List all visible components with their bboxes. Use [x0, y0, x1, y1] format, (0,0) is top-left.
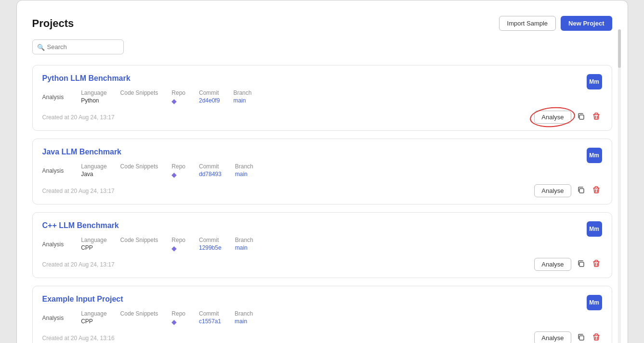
card-actions-4: Analyse	[534, 331, 602, 343]
import-sample-button[interactable]: Import Sample	[499, 16, 556, 31]
svg-rect-0	[579, 115, 584, 119]
created-at-3: Created at 20 Aug 24, 13:17	[42, 261, 115, 268]
copy-button-3[interactable]	[575, 259, 587, 270]
created-at-1: Created at 20 Aug 24, 13:17	[42, 114, 115, 121]
analysis-label-4: Analysis	[42, 315, 64, 321]
card-top: Python LLM Benchmark Mm	[42, 74, 602, 89]
card-actions-2: Analyse	[534, 184, 602, 197]
svg-rect-2	[579, 262, 584, 267]
page-title: Projects	[32, 17, 74, 30]
header-actions: Import Sample New Project	[499, 16, 612, 31]
delete-button-3[interactable]	[591, 259, 602, 270]
project-card-2: Java LLM Benchmark Mm Analysis Language …	[32, 139, 612, 204]
copy-button-4[interactable]	[575, 332, 587, 343]
analysis-label-3: Analysis	[42, 241, 64, 248]
analyse-button-3[interactable]: Analyse	[534, 258, 571, 271]
projects-list: Python LLM Benchmark Mm Analysis Languag…	[32, 65, 612, 343]
copy-button-2[interactable]	[575, 185, 587, 197]
scrollbar-thumb[interactable]	[618, 29, 621, 68]
project-name-3[interactable]: C++ LLM Benchmark	[42, 221, 119, 230]
delete-button-2[interactable]	[591, 185, 602, 197]
analysis-label-2: Analysis	[42, 167, 64, 174]
card-top-3: C++ LLM Benchmark Mm	[42, 221, 602, 237]
meta-group-3: Language CPP Code Snippets Repo ◆ Commit…	[81, 237, 253, 252]
meta-group-1: Language Python Code Snippets Repo ◆ Com…	[81, 89, 251, 105]
meta-commit-1: Commit 2d4e0f9	[199, 89, 220, 105]
avatar-2: Mm	[587, 148, 602, 163]
project-card-4: Example Input Project Mm Analysis Langua…	[32, 286, 612, 343]
card-top-4: Example Input Project Mm	[42, 295, 602, 310]
copy-button-1[interactable]	[575, 112, 587, 123]
page-header: Projects Import Sample New Project	[32, 16, 612, 31]
card-actions-3: Analyse	[534, 258, 602, 271]
project-name-2[interactable]: Java LLM Benchmark	[42, 148, 122, 156]
card-footer-2: Created at 20 Aug 24, 13:17 Analyse	[42, 184, 602, 197]
meta-group-4: Language CPP Code Snippets Repo ◆ Commit…	[81, 310, 253, 326]
project-name-4[interactable]: Example Input Project	[42, 295, 123, 304]
analyse-button-4[interactable]: Analyse	[534, 331, 571, 343]
card-top-2: Java LLM Benchmark Mm	[42, 148, 602, 163]
analysis-label-1: Analysis	[42, 94, 64, 101]
project-card: Python LLM Benchmark Mm Analysis Languag…	[32, 65, 612, 131]
delete-button-4[interactable]	[591, 332, 602, 343]
project-name-1[interactable]: Python LLM Benchmark	[42, 74, 131, 83]
scrollbar-track[interactable]	[618, 29, 621, 343]
search-container: 🔍	[32, 39, 124, 54]
card-footer-1: Created at 20 Aug 24, 13:17 Analyse	[42, 111, 602, 124]
card-actions-1: Analyse	[534, 111, 602, 124]
created-at-2: Created at 20 Aug 24, 13:17	[42, 188, 115, 194]
new-project-button[interactable]: New Project	[561, 16, 612, 31]
meta-repo-1: Repo ◆	[171, 89, 185, 105]
search-input[interactable]	[32, 39, 124, 54]
card-footer-3: Created at 20 Aug 24, 13:17 Analyse	[42, 258, 602, 271]
analyse-button-1[interactable]: Analyse	[534, 111, 571, 124]
main-window: Projects Import Sample New Project 🔍 Pyt…	[16, 0, 628, 343]
meta-snippets-1: Code Snippets	[120, 89, 158, 105]
avatar-1: Mm	[587, 74, 602, 89]
created-at-4: Created at 20 Aug 24, 13:16	[42, 335, 115, 342]
avatar-4: Mm	[587, 295, 602, 310]
delete-button-1[interactable]	[591, 112, 602, 123]
svg-rect-3	[579, 336, 584, 340]
svg-rect-1	[579, 189, 584, 193]
card-footer-4: Created at 20 Aug 24, 13:16 Analyse	[42, 331, 602, 343]
meta-branch-1: Branch main	[233, 89, 251, 105]
project-card-3: C++ LLM Benchmark Mm Analysis Language C…	[32, 212, 612, 278]
analyse-button-2[interactable]: Analyse	[534, 184, 571, 197]
avatar-3: Mm	[587, 221, 602, 237]
search-icon: 🔍	[37, 43, 45, 51]
meta-language-1: Language Python	[81, 89, 106, 105]
meta-group-2: Language Java Code Snippets Repo ◆ Commi…	[81, 163, 253, 178]
